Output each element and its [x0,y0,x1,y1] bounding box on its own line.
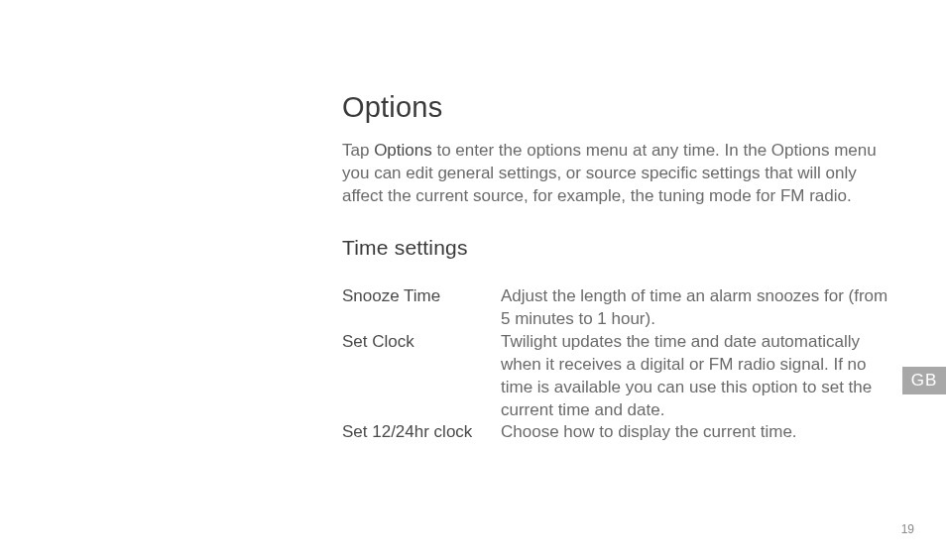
page-number: 19 [901,522,914,536]
heading-options: Options [342,91,897,124]
setting-desc-snooze: Adjust the length of time an alarm snooz… [501,285,897,331]
setting-row-set-clock: Set Clock Twilight updates the time and … [342,331,897,422]
page-content: Options Tap Options to enter the options… [342,91,897,444]
setting-desc-set-clock: Twilight updates the time and date autom… [501,331,897,422]
setting-label-snooze: Snooze Time [342,285,501,308]
intro-bold-word: Options [374,141,432,160]
setting-label-set-clock: Set Clock [342,331,501,354]
intro-prefix: Tap [342,141,374,160]
setting-desc-12-24hr: Choose how to display the current time. [501,421,897,444]
heading-time-settings: Time settings [342,236,897,260]
setting-row-12-24hr: Set 12/24hr clock Choose how to display … [342,421,897,444]
setting-label-12-24hr: Set 12/24hr clock [342,421,501,444]
setting-row-snooze: Snooze Time Adjust the length of time an… [342,285,897,331]
intro-paragraph: Tap Options to enter the options menu at… [342,140,897,208]
language-tab-gb: GB [902,367,946,394]
